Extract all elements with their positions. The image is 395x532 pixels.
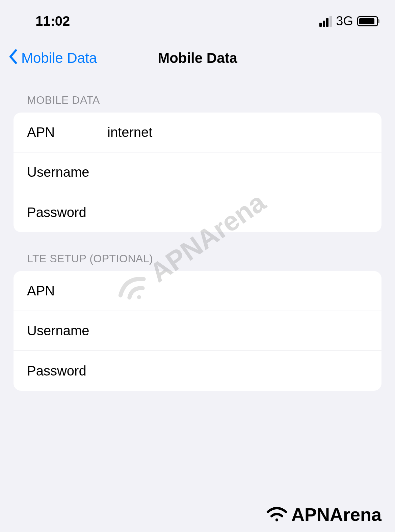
row-mobile-data-password[interactable]: Password xyxy=(14,192,381,232)
row-label: APN xyxy=(27,283,107,298)
status-time: 11:02 xyxy=(35,14,70,29)
watermark-bottom: APNArena xyxy=(265,504,381,525)
password-input[interactable] xyxy=(107,205,368,220)
signal-strength-icon xyxy=(319,16,332,27)
row-label: Username xyxy=(27,165,107,180)
row-lte-apn[interactable]: APN xyxy=(14,271,381,311)
lte-password-input[interactable] xyxy=(107,363,368,379)
back-label: Mobile Data xyxy=(21,50,97,66)
row-label: Password xyxy=(27,363,107,379)
section-header-mobile-data: MOBILE DATA xyxy=(14,84,381,113)
row-label: Password xyxy=(27,205,107,220)
page-title: Mobile Data xyxy=(158,50,237,66)
row-mobile-data-apn[interactable]: APN xyxy=(14,113,381,152)
lte-username-input[interactable] xyxy=(107,323,368,338)
username-input[interactable] xyxy=(107,165,368,180)
content: MOBILE DATA APN Username Password LTE SE… xyxy=(0,84,395,391)
battery-icon xyxy=(357,16,378,26)
chevron-left-icon xyxy=(8,49,19,67)
section-header-lte-setup: LTE SETUP (OPTIONAL) xyxy=(14,232,381,271)
row-mobile-data-username[interactable]: Username xyxy=(14,152,381,192)
navigation-bar: Mobile Data Mobile Data xyxy=(0,35,395,84)
back-button[interactable]: Mobile Data xyxy=(8,49,97,67)
row-label: APN xyxy=(27,125,107,140)
lte-apn-input[interactable] xyxy=(107,283,368,298)
network-type: 3G xyxy=(336,14,353,28)
status-bar: 11:02 3G xyxy=(0,0,395,35)
apn-input[interactable] xyxy=(107,125,368,140)
status-right: 3G xyxy=(319,14,378,28)
watermark-text: APNArena xyxy=(291,504,381,525)
settings-group-lte-setup: APN Username Password xyxy=(14,271,381,391)
row-lte-password[interactable]: Password xyxy=(14,351,381,391)
settings-group-mobile-data: APN Username Password xyxy=(14,113,381,232)
row-lte-username[interactable]: Username xyxy=(14,311,381,351)
wifi-icon xyxy=(265,504,289,525)
row-label: Username xyxy=(27,323,107,338)
